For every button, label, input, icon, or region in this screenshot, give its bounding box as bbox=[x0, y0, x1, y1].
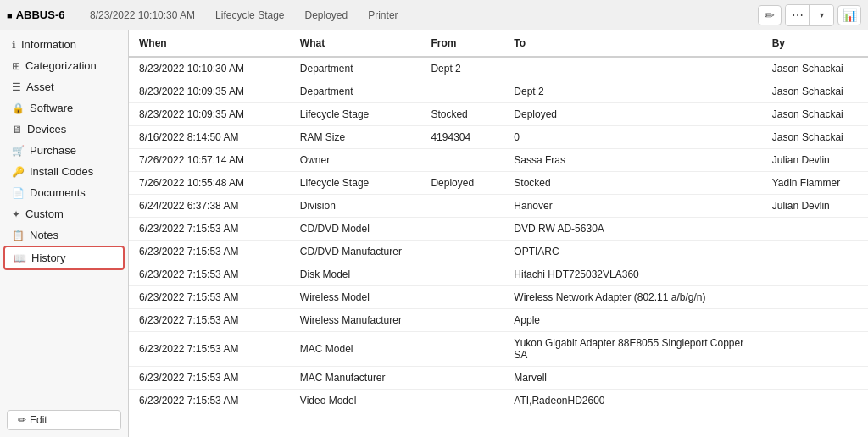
cell-by bbox=[762, 367, 868, 390]
sidebar-item-install-codes[interactable]: 🔑 Install Codes bbox=[3, 161, 125, 182]
edit-icon-button[interactable]: ✏ bbox=[758, 5, 782, 25]
sidebar-icon-categorization: ⊞ bbox=[12, 60, 20, 72]
table-header: When What From To By bbox=[129, 30, 868, 57]
cell-when: 6/23/2022 7:15:53 AM bbox=[129, 390, 290, 412]
cell-by bbox=[762, 263, 868, 286]
sidebar-item-software[interactable]: 🔒 Software bbox=[3, 97, 125, 119]
cell-when: 8/23/2022 10:10:30 AM bbox=[129, 57, 290, 80]
chevron-down-icon[interactable]: ▾ bbox=[810, 5, 833, 25]
sidebar-label-information: Information bbox=[21, 38, 76, 51]
cell-what: MAC Model bbox=[290, 332, 421, 367]
sidebar-item-custom[interactable]: ✦ Custom bbox=[3, 203, 125, 224]
sidebar-label-software: Software bbox=[30, 102, 73, 114]
history-content[interactable]: When What From To By 8/23/2022 10:10:30 … bbox=[129, 30, 868, 437]
sidebar-item-documents[interactable]: 📄 Documents bbox=[3, 182, 125, 203]
sidebar-item-notes[interactable]: 📋 Notes bbox=[3, 224, 125, 246]
cell-when: 7/26/2022 10:55:48 AM bbox=[129, 172, 290, 195]
cell-from bbox=[420, 218, 504, 241]
cell-to: Hanover bbox=[504, 195, 761, 218]
cell-by: Julian Devlin bbox=[762, 195, 868, 218]
cell-when: 6/23/2022 7:15:53 AM bbox=[129, 218, 290, 241]
cell-when: 6/23/2022 7:15:53 AM bbox=[129, 263, 290, 286]
col-header-what: What bbox=[290, 30, 421, 57]
sidebar-item-purchase[interactable]: 🛒 Purchase bbox=[3, 140, 125, 161]
sidebar-icon-software: 🔒 bbox=[12, 102, 25, 114]
cell-to: 0 bbox=[504, 126, 761, 149]
sidebar-item-devices[interactable]: 🖥 Devices bbox=[3, 119, 125, 140]
table-row: 6/23/2022 7:15:53 AM CD/DVD Model DVD RW… bbox=[129, 218, 868, 241]
cell-from bbox=[420, 241, 504, 263]
cell-to: DVD RW AD-5630A bbox=[504, 218, 761, 241]
cell-what: Disk Model bbox=[290, 263, 421, 286]
col-header-by: By bbox=[762, 30, 868, 57]
cell-by: Jason Schackai bbox=[762, 80, 868, 103]
cell-from bbox=[420, 390, 504, 412]
cell-what: Wireless Manufacturer bbox=[290, 309, 421, 332]
sidebar-icon-information: ℹ bbox=[12, 39, 16, 51]
cell-by: Julian Devlin bbox=[762, 149, 868, 172]
cell-what: RAM Size bbox=[290, 126, 421, 149]
sidebar-icon-history: 📖 bbox=[14, 252, 26, 264]
meta-date: 8/23/2022 10:10:30 AM bbox=[90, 9, 195, 21]
sidebar-item-asset[interactable]: ☰ Asset bbox=[3, 76, 125, 97]
table-row: 7/26/2022 10:57:14 AM Owner Sassa Fras J… bbox=[129, 149, 868, 172]
cell-when: 8/23/2022 10:09:35 AM bbox=[129, 103, 290, 126]
cell-what: Wireless Model bbox=[290, 286, 421, 309]
sidebar-icon-notes: 📋 bbox=[12, 230, 25, 241]
more-actions-button[interactable]: ⋯ bbox=[786, 5, 810, 25]
edit-button[interactable]: ✏ Edit bbox=[7, 410, 121, 430]
cell-by bbox=[762, 309, 868, 332]
sidebar-item-history[interactable]: 📖 History bbox=[3, 246, 125, 270]
cell-from: Stocked bbox=[420, 103, 504, 126]
table-row: 8/23/2022 10:10:30 AM Department Dept 2 … bbox=[129, 57, 868, 80]
action-button-group: ⋯ ▾ bbox=[785, 4, 834, 26]
cell-from bbox=[420, 80, 504, 103]
cell-to: Hitachi HDT725032VLA360 bbox=[504, 263, 761, 286]
cell-by: Jason Schackai bbox=[762, 126, 868, 149]
table-row: 6/23/2022 7:15:53 AM Wireless Manufactur… bbox=[129, 309, 868, 332]
col-header-to: To bbox=[504, 30, 761, 57]
cell-to: ATI,RadeonHD2600 bbox=[504, 390, 761, 412]
cell-when: 6/23/2022 7:15:53 AM bbox=[129, 286, 290, 309]
table-row: 6/23/2022 7:15:53 AM Video Model ATI,Rad… bbox=[129, 390, 868, 412]
table-row: 6/23/2022 7:15:53 AM MAC Manufacturer Ma… bbox=[129, 367, 868, 390]
cell-what: CD/DVD Model bbox=[290, 218, 421, 241]
cell-what: CD/DVD Manufacturer bbox=[290, 241, 421, 263]
cell-by bbox=[762, 286, 868, 309]
sidebar-item-information[interactable]: ℹ Information bbox=[3, 34, 125, 55]
sidebar-icon-documents: 📄 bbox=[12, 187, 25, 199]
chart-button[interactable]: 📊 bbox=[837, 5, 861, 25]
sidebar-icon-install-codes: 🔑 bbox=[12, 166, 25, 178]
table-row: 7/26/2022 10:55:48 AM Lifecycle Stage De… bbox=[129, 172, 868, 195]
cell-what: Lifecycle Stage bbox=[290, 103, 421, 126]
cell-when: 6/23/2022 7:15:53 AM bbox=[129, 309, 290, 332]
cell-what: Lifecycle Stage bbox=[290, 172, 421, 195]
cell-from: Dept 2 bbox=[420, 57, 504, 80]
meta-lifecycle-value: Deployed bbox=[305, 9, 348, 21]
edit-pencil-icon: ✏ bbox=[18, 414, 26, 426]
sidebar-label-devices: Devices bbox=[27, 123, 66, 136]
sidebar-item-categorization[interactable]: ⊞ Categorization bbox=[3, 55, 125, 76]
cell-from: 4194304 bbox=[420, 126, 504, 149]
cell-from bbox=[420, 263, 504, 286]
table-body: 8/23/2022 10:10:30 AM Department Dept 2 … bbox=[129, 57, 868, 412]
cell-to: Marvell bbox=[504, 367, 761, 390]
top-bar-actions: ✏ ⋯ ▾ 📊 bbox=[758, 4, 861, 26]
col-header-from: From bbox=[420, 30, 504, 57]
table-row: 6/24/2022 6:37:38 AM Division Hanover Ju… bbox=[129, 195, 868, 218]
cell-to: Apple bbox=[504, 309, 761, 332]
cell-from bbox=[420, 309, 504, 332]
cell-to: Sassa Fras bbox=[504, 149, 761, 172]
cell-to bbox=[504, 57, 761, 80]
sidebar-icon-purchase: 🛒 bbox=[12, 145, 25, 157]
cell-by: Yadin Flammer bbox=[762, 172, 868, 195]
cell-from bbox=[420, 332, 504, 367]
asset-name: ABBUS-6 bbox=[16, 8, 65, 21]
cell-by: Jason Schackai bbox=[762, 57, 868, 80]
col-header-when: When bbox=[129, 30, 290, 57]
cell-to: Wireless Network Adapter (802.11 a/b/g/n… bbox=[504, 286, 761, 309]
cell-when: 6/23/2022 7:15:53 AM bbox=[129, 241, 290, 263]
asset-icon: ■ bbox=[7, 10, 13, 20]
cell-when: 6/23/2022 7:15:53 AM bbox=[129, 332, 290, 367]
cell-by bbox=[762, 332, 868, 367]
